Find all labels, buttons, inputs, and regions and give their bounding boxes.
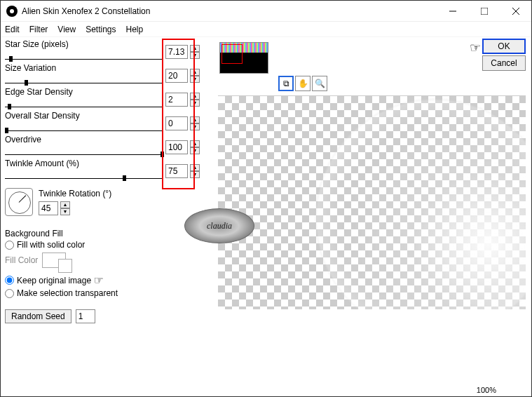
menu-bar: Edit Filter View Settings Help — [1, 22, 531, 37]
spin-up[interactable]: ▲ — [190, 116, 200, 123]
slider-size-variation[interactable] — [5, 83, 163, 83]
preview-canvas[interactable] — [218, 95, 526, 309]
menu-edit[interactable]: Edit — [5, 25, 20, 34]
input-size-variation[interactable] — [165, 69, 188, 83]
bgfill-legend: Background Fill — [5, 229, 200, 238]
label-edge-density: Edge Star Density — [5, 87, 73, 97]
radio-keep-original[interactable]: Keep original image☜ — [5, 274, 200, 287]
spin-up[interactable]: ▲ — [60, 201, 70, 208]
tool-zoom-icon[interactable]: 🔍 — [312, 76, 327, 91]
slider-overdrive[interactable] — [5, 154, 163, 155]
radio-fill-solid[interactable]: Fill with solid color — [5, 240, 200, 250]
window-title: Alien Skin Xenofex 2 Constellation — [22, 6, 437, 16]
fillcolor-swatch[interactable] — [42, 253, 66, 268]
pointer-icon: ☜ — [94, 274, 104, 287]
spin-down[interactable]: ▼ — [190, 100, 200, 107]
spin-down[interactable]: ▼ — [190, 147, 200, 154]
input-star-size[interactable] — [165, 45, 188, 59]
cancel-button[interactable]: Cancel — [482, 55, 526, 71]
menu-help[interactable]: Help — [126, 25, 144, 34]
label-twinkle-rotation: Twinkle Rotation (°) — [39, 189, 111, 198]
tool-navigator-icon[interactable]: ⧉ — [278, 76, 294, 91]
input-overall-density[interactable] — [165, 116, 188, 130]
input-twinkle-amount[interactable] — [165, 164, 188, 178]
spin-up[interactable]: ▲ — [190, 45, 200, 52]
input-twinkle-rotation[interactable] — [39, 201, 58, 215]
random-seed-button[interactable]: Random Seed — [5, 309, 71, 323]
menu-settings[interactable]: Settings — [86, 25, 116, 34]
spin-down[interactable]: ▼ — [190, 76, 200, 83]
label-size-variation: Size Variation — [5, 63, 56, 73]
svg-rect-1 — [481, 8, 488, 15]
spin-up[interactable]: ▲ — [190, 164, 200, 171]
pointer-ok-icon: ☞ — [470, 40, 481, 55]
spin-up[interactable]: ▲ — [190, 69, 200, 76]
spin-up[interactable]: ▲ — [190, 140, 200, 147]
label-star-size: Star Size (pixels) — [5, 39, 69, 49]
spin-down[interactable]: ▼ — [190, 123, 200, 130]
label-overall-density: Overall Star Density — [5, 111, 80, 121]
zoom-status: 100% — [477, 386, 496, 394]
label-overdrive: Overdrive — [5, 135, 41, 144]
slider-overall-density[interactable] — [5, 130, 163, 131]
input-overdrive[interactable] — [165, 140, 188, 154]
close-button[interactable] — [500, 1, 531, 21]
menu-filter[interactable]: Filter — [29, 25, 48, 34]
menu-view[interactable]: View — [57, 25, 76, 34]
input-edge-density[interactable] — [165, 93, 188, 107]
ok-button[interactable]: OK — [482, 39, 526, 54]
slider-star-size[interactable] — [5, 59, 163, 60]
spin-down[interactable]: ▼ — [190, 52, 200, 59]
label-twinkle-amount: Twinkle Amount (%) — [5, 159, 79, 168]
label-fillcolor: Fill Color — [5, 255, 38, 265]
spin-down[interactable]: ▼ — [60, 208, 70, 215]
spin-up[interactable]: ▲ — [190, 93, 200, 100]
maximize-button[interactable] — [468, 1, 500, 21]
slider-twinkle-amount[interactable] — [5, 178, 163, 179]
thumbnail-preview[interactable] — [219, 42, 268, 74]
input-random-seed[interactable] — [76, 309, 95, 323]
tool-hand-icon[interactable]: ✋ — [295, 76, 311, 91]
app-icon — [6, 6, 18, 17]
spin-down[interactable]: ▼ — [190, 171, 200, 178]
slider-edge-density[interactable] — [5, 107, 163, 107]
watermark: claudia — [184, 208, 254, 243]
minimize-button[interactable] — [437, 1, 468, 21]
rotation-dial[interactable] — [5, 188, 33, 216]
radio-transparent[interactable]: Make selection transparent — [5, 288, 200, 298]
